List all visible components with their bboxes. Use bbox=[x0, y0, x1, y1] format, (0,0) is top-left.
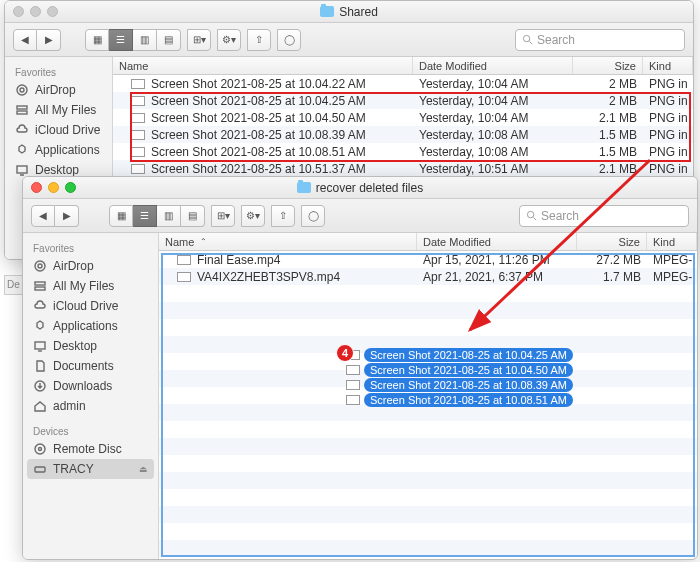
search-input[interactable]: Search bbox=[519, 205, 689, 227]
window-title: recover deleted files bbox=[316, 181, 423, 195]
file-size: 27.2 MB bbox=[577, 253, 647, 267]
sidebar-item-allfiles[interactable]: All My Files bbox=[23, 276, 158, 296]
sidebar-item-documents[interactable]: Documents bbox=[23, 356, 158, 376]
toolbar: ◀ ▶ ▦ ☰ ▥ ▤ ⊞▾ ⚙▾ ⇧ ◯ Search bbox=[23, 199, 697, 233]
file-kind: PNG in bbox=[643, 77, 693, 91]
file-kind: PNG in bbox=[643, 128, 693, 142]
col-name[interactable]: Name bbox=[113, 57, 413, 74]
forward-button[interactable]: ▶ bbox=[37, 29, 61, 51]
svg-point-8 bbox=[527, 211, 533, 217]
disc-icon bbox=[33, 442, 47, 456]
table-row[interactable]: VA4IX2ZHEBT3SPV8.mp4Apr 21, 2021, 6:37 P… bbox=[159, 268, 697, 285]
sidebar-item-icloud[interactable]: iCloud Drive bbox=[5, 120, 112, 140]
eject-icon[interactable]: ⏏ bbox=[139, 464, 148, 474]
col-date[interactable]: Date Modified bbox=[417, 233, 577, 250]
sidebar-item-admin[interactable]: admin bbox=[23, 396, 158, 416]
table-row[interactable]: Screen Shot 2021-08-25 at 10.04.50 AMYes… bbox=[113, 109, 693, 126]
column-view-button[interactable]: ▥ bbox=[157, 205, 181, 227]
drag-ghost-stack: 4 Screen Shot 2021-08-25 at 10.04.25 AMS… bbox=[346, 348, 573, 408]
file-name: Screen Shot 2021-08-25 at 10.51.37 AM bbox=[151, 162, 366, 176]
col-kind[interactable]: Kind bbox=[647, 233, 697, 250]
gallery-view-button[interactable]: ▤ bbox=[157, 29, 181, 51]
svg-point-0 bbox=[523, 35, 529, 41]
table-row[interactable]: Screen Shot 2021-08-25 at 10.04.25 AMYes… bbox=[113, 92, 693, 109]
search-icon bbox=[522, 34, 533, 45]
table-row[interactable]: Screen Shot 2021-08-25 at 10.04.22 AMYes… bbox=[113, 75, 693, 92]
action-group: ⚙▾ bbox=[217, 29, 241, 51]
file-thumb-icon bbox=[346, 365, 360, 375]
sidebar-item-downloads[interactable]: Downloads bbox=[23, 376, 158, 396]
toolbar: ◀ ▶ ▦ ☰ ▥ ▤ ⊞▾ ⚙▾ ⇧ ◯ Search bbox=[5, 23, 693, 57]
cropped-label: De bbox=[4, 275, 22, 295]
file-kind: PNG in bbox=[643, 111, 693, 125]
list-view-button[interactable]: ☰ bbox=[133, 205, 157, 227]
back-button[interactable]: ◀ bbox=[31, 205, 55, 227]
sidebar-item-apps[interactable]: Applications bbox=[5, 140, 112, 160]
back-button[interactable]: ◀ bbox=[13, 29, 37, 51]
table-row[interactable]: Screen Shot 2021-08-25 at 10.08.39 AMYes… bbox=[113, 126, 693, 143]
share-button[interactable]: ⇧ bbox=[271, 205, 295, 227]
forward-button[interactable]: ▶ bbox=[55, 205, 79, 227]
tags-button[interactable]: ◯ bbox=[301, 205, 325, 227]
sidebar-item-icloud[interactable]: iCloud Drive bbox=[23, 296, 158, 316]
close-icon[interactable] bbox=[31, 182, 42, 193]
sidebar: Favorites AirDrop All My Files iCloud Dr… bbox=[23, 233, 159, 559]
column-view-button[interactable]: ▥ bbox=[133, 29, 157, 51]
tags-button[interactable]: ◯ bbox=[277, 29, 301, 51]
folder-icon bbox=[297, 182, 311, 193]
sidebar-item-airdrop[interactable]: AirDrop bbox=[5, 80, 112, 100]
file-size: 2.1 MB bbox=[573, 162, 643, 176]
table-row[interactable]: Screen Shot 2021-08-25 at 10.51.37 AMYes… bbox=[113, 160, 693, 177]
col-name[interactable]: Name⌃ bbox=[159, 233, 417, 250]
minimize-icon[interactable] bbox=[48, 182, 59, 193]
sidebar-item-remotedisc[interactable]: Remote Disc bbox=[23, 439, 158, 459]
icon-view-button[interactable]: ▦ bbox=[85, 29, 109, 51]
icon-view-button[interactable]: ▦ bbox=[109, 205, 133, 227]
allfiles-icon bbox=[33, 279, 47, 293]
zoom-icon[interactable] bbox=[65, 182, 76, 193]
svg-line-9 bbox=[533, 217, 536, 220]
col-date[interactable]: Date Modified bbox=[413, 57, 573, 74]
search-icon bbox=[526, 210, 537, 221]
column-headers[interactable]: Name⌃ Date Modified Size Kind bbox=[159, 233, 697, 251]
col-size[interactable]: Size bbox=[577, 233, 647, 250]
gallery-view-button[interactable]: ▤ bbox=[181, 205, 205, 227]
search-placeholder: Search bbox=[541, 209, 579, 223]
empty-row bbox=[159, 302, 697, 319]
view-buttons: ▦ ☰ ▥ ▤ bbox=[85, 29, 181, 51]
sidebar-item-apps[interactable]: Applications bbox=[23, 316, 158, 336]
search-input[interactable]: Search bbox=[515, 29, 685, 51]
drag-item-label: Screen Shot 2021-08-25 at 10.08.51 AM bbox=[364, 393, 573, 407]
file-thumb-icon bbox=[177, 255, 191, 265]
arrange-button[interactable]: ⊞▾ bbox=[211, 205, 235, 227]
traffic-lights bbox=[31, 182, 76, 193]
file-size: 1.5 MB bbox=[573, 145, 643, 159]
file-name: VA4IX2ZHEBT3SPV8.mp4 bbox=[197, 270, 340, 284]
sidebar-item-desktop[interactable]: Desktop bbox=[23, 336, 158, 356]
titlebar[interactable]: recover deleted files bbox=[23, 177, 697, 199]
share-button[interactable]: ⇧ bbox=[247, 29, 271, 51]
list-view-button[interactable]: ☰ bbox=[109, 29, 133, 51]
file-thumb-icon bbox=[131, 130, 145, 140]
arrange-button[interactable]: ⊞▾ bbox=[187, 29, 211, 51]
column-headers[interactable]: Name Date Modified Size Kind bbox=[113, 57, 693, 75]
sidebar-item-tracy[interactable]: TRACY⏏ bbox=[27, 459, 154, 479]
col-size[interactable]: Size bbox=[573, 57, 643, 74]
minimize-icon[interactable] bbox=[30, 6, 41, 17]
col-kind[interactable]: Kind bbox=[643, 57, 693, 74]
table-row[interactable]: Final Ease.mp4Apr 15, 2021, 11:26 PM27.2… bbox=[159, 251, 697, 268]
table-row[interactable]: Screen Shot 2021-08-25 at 10.08.51 AMYes… bbox=[113, 143, 693, 160]
svg-point-18 bbox=[39, 448, 42, 451]
empty-row bbox=[159, 506, 697, 523]
svg-point-2 bbox=[17, 85, 27, 95]
file-size: 2.1 MB bbox=[573, 111, 643, 125]
close-icon[interactable] bbox=[13, 6, 24, 17]
titlebar[interactable]: Shared bbox=[5, 1, 693, 23]
zoom-icon[interactable] bbox=[47, 6, 58, 17]
action-button[interactable]: ⚙▾ bbox=[217, 29, 241, 51]
sidebar-item-airdrop[interactable]: AirDrop bbox=[23, 256, 158, 276]
apps-icon bbox=[33, 319, 47, 333]
file-size: 1.7 MB bbox=[577, 270, 647, 284]
action-button[interactable]: ⚙▾ bbox=[241, 205, 265, 227]
sidebar-item-allfiles[interactable]: All My Files bbox=[5, 100, 112, 120]
